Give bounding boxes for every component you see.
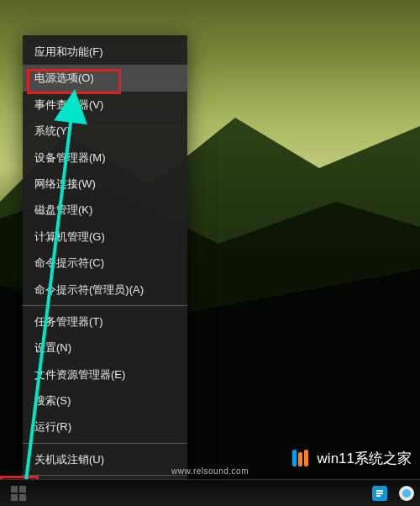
menu-apps-features[interactable]: 应用和功能(F)	[23, 39, 187, 65]
svg-rect-3	[11, 494, 18, 501]
menu-cmd[interactable]: 命令提示符(C)	[23, 250, 187, 276]
menu-disk-management[interactable]: 磁盘管理(K)	[23, 197, 187, 223]
menu-settings[interactable]: 设置(N)	[23, 335, 187, 361]
menu-power-options[interactable]: 电源选项(O)	[23, 65, 187, 91]
taskbar-app-1[interactable]	[366, 482, 393, 505]
menu-separator	[23, 305, 187, 306]
watermark-logo-icon	[292, 448, 312, 468]
menu-task-manager[interactable]: 任务管理器(T)	[23, 308, 187, 335]
menu-run[interactable]: 运行(R)	[23, 414, 187, 440]
svg-rect-2	[19, 486, 26, 493]
svg-rect-4	[19, 494, 26, 501]
menu-computer-management[interactable]: 计算机管理(G)	[23, 224, 187, 250]
start-button[interactable]	[0, 480, 37, 507]
menu-network-connections[interactable]: 网络连接(W)	[23, 171, 187, 197]
watermark: win11系统之家	[292, 448, 412, 468]
taskbar-app-2[interactable]	[393, 482, 420, 505]
menu-system[interactable]: 系统(Y)	[23, 118, 187, 144]
menu-device-manager[interactable]: 设备管理器(M)	[23, 145, 187, 171]
winx-context-menu: 应用和功能(F)电源选项(O)事件查看器(V)系统(Y)设备管理器(M)网络连接…	[23, 35, 187, 506]
watermark-text: win11系统之家	[318, 449, 412, 468]
menu-separator	[23, 443, 187, 444]
svg-point-7	[402, 489, 411, 498]
taskbar	[0, 479, 420, 506]
watermark-url: www.relsound.com	[171, 466, 249, 476]
menu-search[interactable]: 搜索(S)	[23, 387, 187, 414]
menu-event-viewer[interactable]: 事件查看器(V)	[23, 92, 187, 118]
svg-rect-1	[11, 486, 18, 493]
windows-logo-icon	[11, 486, 26, 501]
menu-separator	[23, 475, 187, 476]
menu-shutdown-signout[interactable]: 关机或注销(U)	[23, 446, 187, 472]
menu-cmd-admin[interactable]: 命令提示符(管理员)(A)	[23, 277, 187, 303]
menu-file-explorer[interactable]: 文件资源管理器(E)	[23, 361, 187, 387]
